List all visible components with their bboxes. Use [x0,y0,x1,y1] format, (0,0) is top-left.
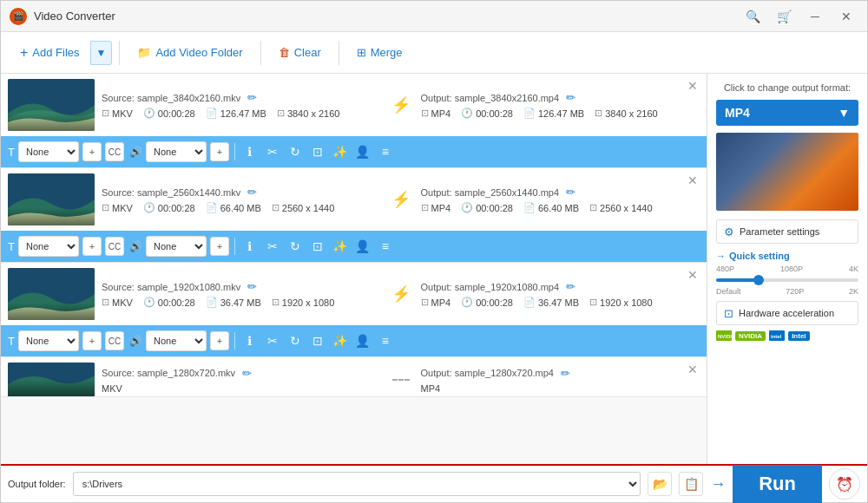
clock-icon-src-1: 🕐 [143,108,155,119]
edit-out-4[interactable]: ✏ [561,367,570,380]
sub-edit-btn-3[interactable]: ≡ [376,331,395,350]
out-sz-2: 66.40 MB [538,203,579,213]
effect-btn-2[interactable]: ✨ [331,237,350,256]
close-file-3[interactable]: ✕ [684,268,701,282]
add-video-folder-button[interactable]: 📁 Add Video Folder [127,41,253,64]
info-btn-3[interactable]: ℹ [240,331,260,350]
ctrl-sep-3 [234,332,235,349]
close-btn[interactable]: ✕ [834,8,858,25]
add-audio-3[interactable]: + [210,331,229,350]
svg-rect-0 [8,79,95,131]
label-720p: 720P [786,287,804,296]
convert-arrow-2: ⚡ [388,190,414,209]
cut-btn-2[interactable]: ✂ [263,237,282,256]
audio-select-3[interactable]: None [146,330,207,351]
search-title-btn[interactable]: 🔍 [740,8,765,25]
convert-arrow-3: ⚡ [388,284,414,304]
wm-btn-2[interactable]: 👤 [353,237,372,256]
edit-out-2[interactable]: ✏ [566,186,575,199]
watermark-btn-1[interactable]: 👤 [353,142,372,161]
crop-btn-2[interactable]: ⊡ [308,237,327,256]
thumbnail-4 [8,363,95,397]
subtitle-select-3[interactable]: None [18,330,79,351]
clk-src-2: 🕐 [143,202,155,213]
crop-btn-1[interactable]: ⊡ [308,142,327,161]
add-files-dropdown-arrow[interactable]: ▼ [90,41,113,65]
sub-edit-btn-2[interactable]: ≡ [376,237,395,256]
alarm-button[interactable]: ⏰ [829,468,860,500]
output-folder-select[interactable]: s:\Drivers [73,472,641,496]
info-btn-2[interactable]: ℹ [240,237,260,256]
control-bar-1: T None + CC 🔊 None + ℹ ✂ ↻ ⊡ ✨ 👤 ≡ [1,136,707,167]
run-button[interactable]: Run [733,465,822,503]
cut-btn-3[interactable]: ✂ [263,331,282,350]
convert-arrow-1: ⚡ [388,95,414,114]
parameter-settings-button[interactable]: ⚙ Parameter settings [716,219,858,244]
add-audio-2[interactable]: + [210,237,229,256]
fmt-src-3: ⊡ [102,297,109,308]
audio-icon-3: 🔊 [129,335,142,347]
subtitle-select-2[interactable]: None [18,236,79,257]
quality-slider-thumb[interactable] [753,275,764,285]
rotate-btn-3[interactable]: ↻ [286,331,305,350]
effect-btn-1[interactable]: ✨ [331,142,350,161]
src-rs-3: 1920 x 1080 [282,297,335,308]
rotate-btn-1[interactable]: ↻ [286,142,305,161]
edit-icon-2[interactable]: ✏ [247,186,257,199]
fmt-out-2: ⊡ [421,202,429,213]
add-audio-1[interactable]: + [210,142,229,161]
format-dropdown[interactable]: MP4 ▼ [716,100,858,126]
effect-btn-3[interactable]: ✨ [331,331,350,350]
main-content: Source: sample_3840x2160.mkv ✏ ⊡MKV 🕐00:… [1,74,867,464]
audio-select-1[interactable]: None [146,141,207,162]
clear-button[interactable]: 🗑 Clear [268,41,332,64]
cut-btn-1[interactable]: ✂ [263,142,282,161]
separator-3 [339,41,339,65]
edit-icon-1[interactable]: ✏ [247,91,257,104]
rotate-btn-2[interactable]: ↻ [286,237,305,256]
file-icon-src-1: 📄 [206,108,218,119]
bottom-bar: Output folder: s:\Drivers 📂 📋 → Run ⏰ [1,464,867,502]
add-subtitle-1[interactable]: + [82,142,102,161]
out-fmt-3: MP4 [431,297,451,308]
edit-out-3[interactable]: ✏ [566,280,575,293]
add-sub-3[interactable]: + [82,331,102,350]
add-files-button[interactable]: + Add Files [10,40,90,66]
output-label-2: Output: sample_2560x1440.mp4 [421,187,560,198]
cc-2[interactable]: CC [105,237,124,256]
svg-rect-1 [8,173,95,225]
file-item-1: Source: sample_3840x2160.mkv ✏ ⊡MKV 🕐00:… [1,74,707,168]
info-btn-1[interactable]: ℹ [240,142,260,161]
quality-labels-top: 480P 1080P 4K [716,265,858,273]
open-folder-button[interactable]: 📋 [679,472,703,496]
quick-setting-section: → Quick setting [716,251,858,261]
title-bar-left: 🎬 Video Converter [10,8,115,25]
cart-btn[interactable]: 🛒 [772,8,796,25]
edit-icon-3[interactable]: ✏ [247,280,257,293]
wm-btn-3[interactable]: 👤 [353,331,372,350]
out-rs-3: 1920 x 1080 [600,297,653,308]
edit-out-icon-1[interactable]: ✏ [566,91,575,104]
arrow-run-icon: → [710,475,726,493]
convert-arrow-4 [388,379,414,381]
hardware-acceleration-button[interactable]: ⊡ Hardware acceleration [716,301,858,325]
close-file-1[interactable]: ✕ [684,79,701,93]
minimize-btn[interactable]: ─ [803,8,827,25]
label-default: Default [716,287,741,296]
add-sub-2[interactable]: + [82,237,102,256]
edit-icon-4[interactable]: ✏ [242,367,252,380]
audio-select-2[interactable]: None [146,236,207,257]
cc-btn-1[interactable]: CC [105,142,124,161]
src-dur-2: 00:00:28 [158,203,195,213]
subtitle-select-1[interactable]: None [18,141,79,162]
crop-btn-3[interactable]: ⊡ [308,331,327,350]
cc-3[interactable]: CC [105,331,124,350]
merge-button[interactable]: ⊞ Merge [346,41,413,64]
close-file-2[interactable]: ✕ [684,173,701,187]
title-bar-controls: 🔍 🛒 ─ ✕ [740,8,858,25]
add-folder-label: Add Video Folder [155,46,242,59]
close-file-4[interactable]: ✕ [684,363,701,376]
clk-out-2: 🕐 [461,202,473,213]
browse-folder-button[interactable]: 📂 [648,472,672,496]
subtitle-edit-btn-1[interactable]: ≡ [376,142,395,161]
